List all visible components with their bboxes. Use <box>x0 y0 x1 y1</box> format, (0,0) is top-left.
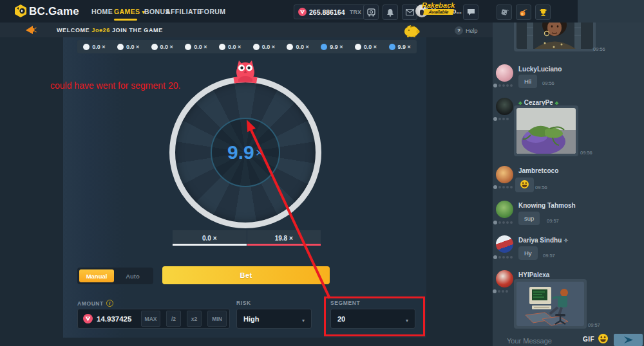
payout-tabs: 0.0 × 19.8 × <box>173 230 321 246</box>
result-dot-icon <box>219 44 225 50</box>
amount-field[interactable]: 14.937425 MAX /2 x2 MIN <box>77 309 230 329</box>
max-button[interactable]: MAX <box>141 311 160 327</box>
chat-username[interactable]: Jambretcoco <box>518 167 558 174</box>
chat-gif-message <box>514 23 596 51</box>
avatar[interactable] <box>496 235 513 253</box>
hot-games-button[interactable] <box>516 5 531 20</box>
history-value: 0.0 × <box>262 44 275 50</box>
risk-value: High <box>243 315 259 323</box>
chat-image-message <box>514 105 578 156</box>
vault-icon <box>367 8 375 17</box>
wheel-multiplier: 9.9 × <box>169 77 321 228</box>
chat-message-input[interactable] <box>506 332 582 346</box>
chat-lizard-image <box>516 108 576 154</box>
risk-label-text: RISK <box>236 300 251 306</box>
history-chip: 0.0 × <box>179 44 213 50</box>
chat-username[interactable]: Knowing Tahmosh <box>518 202 576 209</box>
user-level-badges <box>493 117 509 121</box>
chat-toggle-button[interactable] <box>463 5 478 20</box>
avatar[interactable] <box>496 64 513 82</box>
bet-button[interactable]: Bet <box>162 266 330 284</box>
nav-affiliate[interactable]: AFFILIATE <box>166 0 202 23</box>
result-dot-icon <box>389 44 395 50</box>
dice-icon <box>500 8 509 17</box>
bc-game-app: BC.Game HOME GAMES BONUS AFFILIATE FORUM… <box>0 0 644 346</box>
balance-dropdown[interactable]: 265.886164 TRX <box>294 5 371 19</box>
auto-mode-button[interactable]: Auto <box>114 273 151 280</box>
message-timestamp: 09:56 <box>542 80 554 86</box>
payout-tab-win: 19.8 × <box>247 230 321 246</box>
double-button[interactable]: x2 <box>187 311 202 327</box>
bet-mode-toggle: Manual Auto <box>77 268 153 284</box>
min-button[interactable]: MIN <box>207 311 227 327</box>
history-chip: 0.0 × <box>281 44 315 50</box>
user-level-badges <box>493 221 513 224</box>
chat-username[interactable]: HYIPalexa <box>518 271 549 278</box>
history-value: 9.9 × <box>330 44 343 50</box>
rakeback-badge[interactable]: Rakeback <box>422 1 455 9</box>
user-level-badges <box>493 185 513 189</box>
quests-button[interactable] <box>497 5 512 20</box>
history-value: 9.9 × <box>398 44 411 50</box>
chat-retro-computer-image <box>516 282 584 326</box>
history-chip: 0.0 × <box>247 44 281 50</box>
result-dot-icon <box>117 44 124 50</box>
result-dot-icon <box>151 44 158 50</box>
megaphone-icon <box>26 26 37 34</box>
avatar[interactable] <box>496 270 513 287</box>
chat-username[interactable]: LuckyLuciano <box>518 66 562 73</box>
emoji-picker-icon[interactable] <box>598 334 608 343</box>
bc-game-logo-icon[interactable] <box>14 5 27 17</box>
vault-button[interactable] <box>363 5 379 20</box>
chat-message-bubble: Hy <box>518 246 538 260</box>
history-value: 0.0 × <box>92 44 105 50</box>
manual-mode-button[interactable]: Manual <box>79 269 114 282</box>
speech-bubble-icon <box>467 8 475 16</box>
avatar[interactable] <box>496 201 513 218</box>
payout-tab-lose: 0.0 × <box>173 230 247 246</box>
history-value: 0.0 × <box>296 44 308 50</box>
result-dot-icon <box>185 44 191 50</box>
chat-username[interactable]: Dariya Sindhu ✧ <box>518 237 569 244</box>
leaderboard-button[interactable] <box>535 5 551 20</box>
amount-label-text: AMOUNT <box>77 300 104 307</box>
result-history-bar: 0.0 × 0.0 × 0.0 × 0.0 × 0.0 × 0.0 × 0.0 … <box>77 40 417 53</box>
history-chip: 0.0 × <box>349 44 383 50</box>
chat-panel: 09:56 LuckyLuciano Hii 09:56 ♣ CezaryPe … <box>493 23 644 346</box>
avatar[interactable] <box>496 98 513 115</box>
send-arrow-icon <box>624 336 633 343</box>
balance-amount: 265.886164 <box>309 8 347 16</box>
history-value: 0.0 × <box>228 44 241 50</box>
chat-header: Global <box>578 0 644 23</box>
result-dot-icon <box>287 44 293 50</box>
logo-text[interactable]: BC.Game <box>29 0 79 23</box>
avatar[interactable] <box>496 166 513 183</box>
help-icon[interactable] <box>455 26 463 35</box>
info-icon[interactable] <box>106 300 113 307</box>
chevron-down-icon <box>302 313 305 325</box>
wheel-multiplier-value: 9.9 <box>227 141 254 163</box>
help-label[interactable]: Help <box>466 28 478 34</box>
half-button[interactable]: /2 <box>166 311 181 327</box>
history-value: 0.0 × <box>194 44 207 50</box>
history-chip: 0.0 × <box>213 44 247 50</box>
notifications-button[interactable] <box>383 5 398 20</box>
chat-username-text: Dariya Sindhu <box>518 237 562 244</box>
history-chip: 0.0 × <box>145 44 179 50</box>
send-message-button[interactable] <box>614 334 643 346</box>
annotation-text: could have went for segment 20. <box>50 80 180 91</box>
rakeback-available-label: Available <box>423 9 454 15</box>
piggy-bank-icon[interactable] <box>403 24 421 37</box>
wheel-multiplier-times: × <box>256 145 263 160</box>
amount-value[interactable]: 14.937425 <box>97 315 135 323</box>
risk-label: RISK <box>236 300 251 306</box>
envelope-icon <box>406 9 414 15</box>
nav-forum[interactable]: FORUM <box>200 0 226 23</box>
risk-select[interactable]: High <box>236 309 312 329</box>
gif-button[interactable]: GIF <box>583 336 594 343</box>
nav-home[interactable]: HOME <box>91 0 113 23</box>
message-timestamp: 09:56 <box>535 185 547 190</box>
amount-label: AMOUNT <box>77 300 113 307</box>
history-chip-win: 9.9 × <box>383 44 417 50</box>
welcome-message: WELCOME Joe26 JOIN THE GAME <box>57 23 163 37</box>
